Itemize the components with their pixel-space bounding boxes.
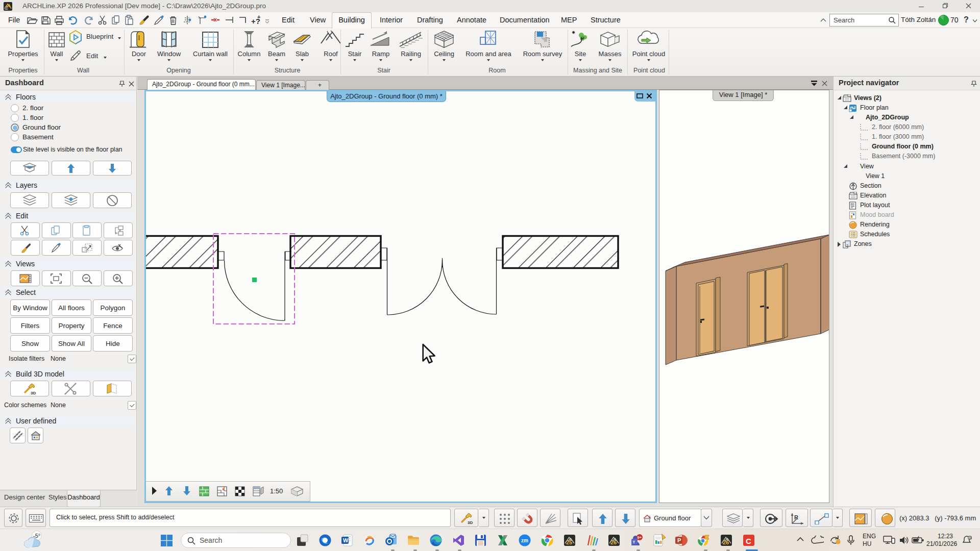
svg-text:zm: zm — [521, 538, 528, 543]
svg-text:P: P — [677, 537, 681, 543]
svg-text:26: 26 — [610, 539, 617, 545]
svg-text:31: 31 — [969, 536, 972, 539]
svg-text:3D: 3D — [31, 391, 36, 395]
svg-text:25: 25 — [566, 539, 572, 545]
svg-text:9+: 9+ — [638, 535, 642, 540]
svg-text:26: 26 — [5, 7, 8, 10]
svg-text:26: 26 — [723, 539, 729, 545]
svg-text:3D: 3D — [468, 520, 473, 524]
svg-text:+: + — [257, 15, 260, 20]
svg-text:R: R — [794, 514, 798, 520]
svg-text:2: 2 — [846, 244, 848, 247]
svg-text:W: W — [343, 537, 349, 543]
svg-text:T: T — [633, 540, 635, 544]
svg-text:C: C — [746, 537, 751, 545]
